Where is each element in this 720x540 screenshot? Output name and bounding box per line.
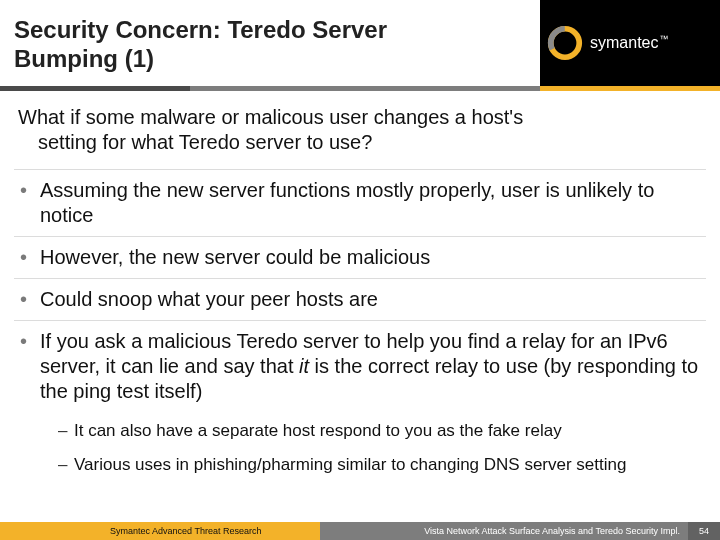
footer-center: Vista Network Attack Surface Analysis an… [320,522,688,540]
slide-title-line1: Security Concern: Teredo Server [14,16,532,45]
header-title-block: Security Concern: Teredo Server Bumping … [0,6,540,80]
footer-page: 54 [688,522,720,540]
bullet-text: Assuming the new server functions mostly… [40,179,654,226]
bullet-text: However, the new server could be malicio… [40,246,430,268]
sub-item: Various uses in phishing/pharming simila… [40,448,704,482]
sub-text: It can also have a separate host respond… [74,421,562,440]
bullet-text-italic: it [299,355,309,377]
lead-line2: setting for what Teredo server to use? [18,130,706,155]
brand-name: symantec™ [590,34,668,52]
page-number: 54 [699,526,709,536]
brand-block: symantec™ [540,0,720,87]
footer-left: Symantec Advanced Threat Research [0,522,320,540]
stripe-seg-yellow [540,86,720,91]
bullet-text: Could snoop what your peer hosts are [40,288,378,310]
sub-text: Various uses in phishing/pharming simila… [74,455,626,474]
accent-stripe [0,86,720,91]
bullet-item: Assuming the new server functions mostly… [14,169,706,236]
bullet-item: Could snoop what your peer hosts are [14,278,706,320]
sub-item: It can also have a separate host respond… [40,414,704,448]
brand-text: symantec [590,34,658,51]
footer: Symantec Advanced Threat Research Vista … [0,522,720,540]
header: Security Concern: Teredo Server Bumping … [0,0,720,86]
bullet-list: Assuming the new server functions mostly… [14,169,706,490]
stripe-seg-gray [190,86,540,91]
lead-line1: What if some malware or malicous user ch… [18,106,523,128]
lead-paragraph: What if some malware or malicous user ch… [14,105,706,155]
brand-tm: ™ [659,34,668,44]
bullet-item: However, the new server could be malicio… [14,236,706,278]
bullet-item: If you ask a malicious Teredo server to … [14,320,706,490]
slide-title-line2: Bumping (1) [14,45,532,74]
sub-list: It can also have a separate host respond… [40,414,704,482]
stripe-seg-dark [0,86,190,91]
symantec-ring-icon [546,24,584,62]
content-area: What if some malware or malicous user ch… [0,91,720,490]
footer-center-text: Vista Network Attack Surface Analysis an… [424,526,680,536]
footer-left-text: Symantec Advanced Threat Research [110,526,261,536]
